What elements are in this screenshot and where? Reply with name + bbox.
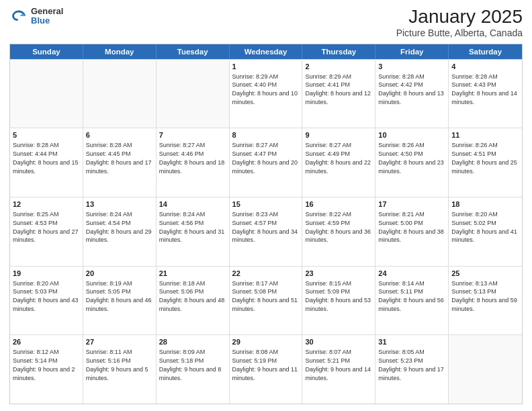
cal-cell: 27Sunrise: 8:11 AMSunset: 5:16 PMDayligh… — [83, 335, 157, 404]
cell-info: Sunrise: 8:08 AMSunset: 5:19 PMDaylight:… — [232, 349, 298, 381]
cal-cell — [449, 335, 522, 404]
day-number: 18 — [451, 199, 519, 210]
cell-info: Sunrise: 8:27 AMSunset: 4:49 PMDaylight:… — [305, 142, 371, 174]
cal-cell: 23Sunrise: 8:15 AMSunset: 5:09 PMDayligh… — [302, 267, 375, 335]
day-number: 2 — [305, 62, 372, 72]
page: General Blue January 2025 Picture Butte,… — [0, 0, 532, 411]
cal-header-monday: Monday — [83, 44, 157, 59]
cell-info: Sunrise: 8:20 AMSunset: 5:03 PMDaylight:… — [13, 280, 79, 312]
cal-cell — [157, 60, 230, 128]
cal-cell: 5Sunrise: 8:28 AMSunset: 4:44 PMDaylight… — [10, 128, 83, 197]
cell-info: Sunrise: 8:28 AMSunset: 4:42 PMDaylight:… — [378, 73, 444, 105]
cal-cell: 8Sunrise: 8:27 AMSunset: 4:47 PMDaylight… — [230, 128, 303, 197]
cal-cell — [83, 60, 157, 128]
day-number: 8 — [232, 130, 300, 140]
day-number: 26 — [13, 337, 80, 347]
day-number: 6 — [86, 130, 153, 140]
cell-info: Sunrise: 8:17 AMSunset: 5:08 PMDaylight:… — [232, 280, 298, 312]
day-number: 21 — [159, 269, 226, 279]
cal-cell: 7Sunrise: 8:27 AMSunset: 4:46 PMDaylight… — [157, 128, 230, 197]
day-number: 20 — [86, 269, 153, 279]
cell-info: Sunrise: 8:27 AMSunset: 4:47 PMDaylight:… — [232, 142, 298, 174]
cal-header-wednesday: Wednesday — [230, 44, 303, 59]
day-number: 9 — [305, 130, 372, 140]
day-number: 17 — [378, 199, 445, 210]
cell-info: Sunrise: 8:14 AMSunset: 5:11 PMDaylight:… — [378, 280, 444, 312]
logo: General Blue — [9, 7, 63, 26]
day-number: 27 — [86, 337, 153, 347]
day-number: 3 — [378, 62, 445, 72]
cal-header-friday: Friday — [375, 44, 449, 59]
day-number: 1 — [232, 62, 300, 72]
cal-cell: 28Sunrise: 8:09 AMSunset: 5:18 PMDayligh… — [157, 335, 230, 404]
cell-info: Sunrise: 8:24 AMSunset: 4:56 PMDaylight:… — [159, 211, 225, 243]
cell-info: Sunrise: 8:21 AMSunset: 5:00 PMDaylight:… — [378, 211, 444, 243]
cal-cell: 22Sunrise: 8:17 AMSunset: 5:08 PMDayligh… — [230, 267, 303, 335]
day-number: 11 — [451, 130, 519, 140]
cal-cell: 19Sunrise: 8:20 AMSunset: 5:03 PMDayligh… — [10, 267, 83, 335]
cal-cell: 29Sunrise: 8:08 AMSunset: 5:19 PMDayligh… — [230, 335, 303, 404]
subtitle: Picture Butte, Alberta, Canada — [396, 28, 523, 38]
logo-general: General — [31, 7, 63, 16]
cal-header-saturday: Saturday — [449, 44, 522, 59]
cell-info: Sunrise: 8:28 AMSunset: 4:45 PMDaylight:… — [86, 142, 152, 174]
cal-cell: 3Sunrise: 8:28 AMSunset: 4:42 PMDaylight… — [375, 60, 449, 128]
cell-info: Sunrise: 8:25 AMSunset: 4:53 PMDaylight:… — [13, 211, 79, 243]
cell-info: Sunrise: 8:20 AMSunset: 5:02 PMDaylight:… — [451, 211, 517, 243]
cell-info: Sunrise: 8:26 AMSunset: 4:51 PMDaylight:… — [451, 142, 517, 174]
cell-info: Sunrise: 8:22 AMSunset: 4:59 PMDaylight:… — [305, 211, 371, 243]
day-number: 12 — [13, 199, 80, 210]
cal-cell: 30Sunrise: 8:07 AMSunset: 5:21 PMDayligh… — [302, 335, 375, 404]
cal-cell — [10, 60, 83, 128]
day-number: 31 — [378, 337, 445, 347]
title-area: January 2025 Picture Butte, Alberta, Can… — [396, 7, 523, 38]
calendar-header: SundayMondayTuesdayWednesdayThursdayFrid… — [10, 44, 522, 59]
cell-info: Sunrise: 8:05 AMSunset: 5:23 PMDaylight:… — [378, 349, 444, 381]
cell-info: Sunrise: 8:13 AMSunset: 5:13 PMDaylight:… — [451, 280, 517, 312]
cal-cell: 9Sunrise: 8:27 AMSunset: 4:49 PMDaylight… — [302, 128, 375, 197]
cell-info: Sunrise: 8:26 AMSunset: 4:50 PMDaylight:… — [378, 142, 444, 174]
logo-text: General Blue — [31, 7, 63, 26]
cal-cell: 31Sunrise: 8:05 AMSunset: 5:23 PMDayligh… — [375, 335, 449, 404]
cal-cell: 16Sunrise: 8:22 AMSunset: 4:59 PMDayligh… — [302, 197, 375, 266]
day-number: 7 — [159, 130, 226, 140]
cell-info: Sunrise: 8:27 AMSunset: 4:46 PMDaylight:… — [159, 142, 225, 174]
calendar-body: 1Sunrise: 8:29 AMSunset: 4:40 PMDaylight… — [10, 59, 522, 404]
cell-info: Sunrise: 8:24 AMSunset: 4:54 PMDaylight:… — [86, 211, 152, 243]
cell-info: Sunrise: 8:28 AMSunset: 4:43 PMDaylight:… — [451, 73, 517, 105]
cal-cell: 10Sunrise: 8:26 AMSunset: 4:50 PMDayligh… — [375, 128, 449, 197]
cell-info: Sunrise: 8:12 AMSunset: 5:14 PMDaylight:… — [13, 349, 75, 381]
day-number: 14 — [159, 199, 226, 210]
cal-row-3: 12Sunrise: 8:25 AMSunset: 4:53 PMDayligh… — [10, 197, 522, 266]
cal-cell: 4Sunrise: 8:28 AMSunset: 4:43 PMDaylight… — [449, 60, 522, 128]
calendar: SundayMondayTuesdayWednesdayThursdayFrid… — [9, 44, 523, 404]
day-number: 5 — [13, 130, 80, 140]
day-number: 29 — [232, 337, 300, 347]
main-title: January 2025 — [396, 7, 523, 28]
header: General Blue January 2025 Picture Butte,… — [9, 7, 523, 38]
logo-blue: Blue — [31, 16, 63, 26]
cal-cell: 20Sunrise: 8:19 AMSunset: 5:05 PMDayligh… — [83, 267, 157, 335]
cal-cell: 24Sunrise: 8:14 AMSunset: 5:11 PMDayligh… — [375, 267, 449, 335]
cal-cell: 15Sunrise: 8:23 AMSunset: 4:57 PMDayligh… — [230, 197, 303, 266]
cal-cell: 6Sunrise: 8:28 AMSunset: 4:45 PMDaylight… — [83, 128, 157, 197]
day-number: 10 — [378, 130, 445, 140]
day-number: 25 — [451, 269, 519, 279]
cal-row-4: 19Sunrise: 8:20 AMSunset: 5:03 PMDayligh… — [10, 266, 522, 335]
day-number: 24 — [378, 269, 445, 279]
cell-info: Sunrise: 8:19 AMSunset: 5:05 PMDaylight:… — [86, 280, 152, 312]
cal-cell: 13Sunrise: 8:24 AMSunset: 4:54 PMDayligh… — [83, 197, 157, 266]
day-number: 13 — [86, 199, 153, 210]
cell-info: Sunrise: 8:07 AMSunset: 5:21 PMDaylight:… — [305, 349, 371, 381]
cal-cell: 21Sunrise: 8:18 AMSunset: 5:06 PMDayligh… — [157, 267, 230, 335]
cal-cell: 14Sunrise: 8:24 AMSunset: 4:56 PMDayligh… — [157, 197, 230, 266]
cell-info: Sunrise: 8:11 AMSunset: 5:16 PMDaylight:… — [86, 349, 148, 381]
day-number: 28 — [159, 337, 226, 347]
cell-info: Sunrise: 8:29 AMSunset: 4:41 PMDaylight:… — [305, 73, 371, 105]
cell-info: Sunrise: 8:18 AMSunset: 5:06 PMDaylight:… — [159, 280, 225, 312]
cal-cell: 12Sunrise: 8:25 AMSunset: 4:53 PMDayligh… — [10, 197, 83, 266]
cal-cell: 2Sunrise: 8:29 AMSunset: 4:41 PMDaylight… — [302, 60, 375, 128]
day-number: 4 — [451, 62, 519, 72]
day-number: 19 — [13, 269, 80, 279]
cal-cell: 26Sunrise: 8:12 AMSunset: 5:14 PMDayligh… — [10, 335, 83, 404]
